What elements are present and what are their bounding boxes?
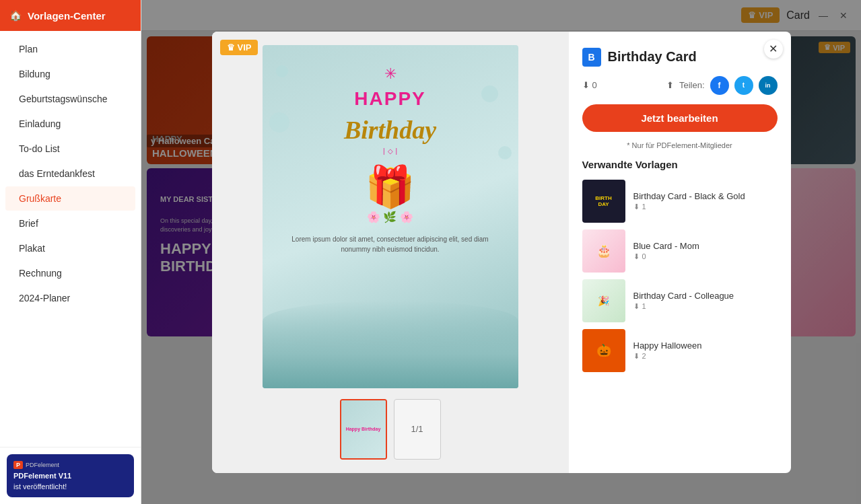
download-icon: ⬇ — [633, 252, 640, 261]
pdfelement-logo: P PDFelement — [13, 461, 127, 469]
circle-deco-4 — [498, 146, 512, 159]
related-title: Verwandte Vorlagen — [582, 159, 778, 170]
card-preview: ✳ HAPPY Birthday | ◇ | 🎁 — [263, 45, 518, 388]
download-icon: ⬇ — [633, 203, 640, 211]
facebook-icon: f — [718, 81, 721, 90]
sidebar-title: Vorlagen-Center — [28, 10, 106, 22]
related-item-4[interactable]: 🎃 Happy Halloween ⬇ 2 — [582, 329, 778, 372]
related-list: BIRTH DAY Birthday Card - Black & Gold ⬇… — [582, 180, 778, 372]
confetti-row: | ◇ | — [383, 147, 397, 155]
related-name-2: Blue Card - Mom — [633, 241, 778, 251]
share-row: ⬆ Teilen: f t in — [666, 76, 778, 95]
related-item-1[interactable]: BIRTH DAY Birthday Card - Black & Gold ⬇… — [582, 180, 778, 223]
download-stat: ⬇ 0 — [582, 80, 597, 90]
related-thumb-emoji: 🎃 — [596, 343, 611, 358]
related-item-3[interactable]: 🎉 Birthday Card - Colleague ⬇ 1 — [582, 279, 778, 322]
sidebar-item-label: Brief — [19, 218, 38, 229]
twitter-icon: t — [743, 81, 745, 89]
pdf-icon: B — [582, 48, 601, 67]
sidebar-item-label: Rechnung — [19, 268, 62, 279]
pdf-letter: B — [588, 52, 594, 63]
members-note: * Nur für PDFelement-Mitglieder — [582, 141, 778, 149]
related-thumb-3: 🎉 — [582, 279, 625, 322]
sidebar-item-grubkarte[interactable]: Grußkarte — [5, 186, 135, 211]
related-count-4: 2 — [642, 352, 646, 360]
modal-overlay: ♛ VIP ✕ — [141, 0, 861, 504]
card-title: Birthday Card — [608, 49, 697, 65]
related-stat-1: ⬇ 1 — [633, 203, 778, 211]
share-icon: ⬆ — [666, 80, 674, 90]
banner-title: PDFelement V11 — [13, 472, 127, 480]
sidebar-item-label: Einladung — [19, 118, 61, 129]
sidebar-item-label: das Erntedankfest — [19, 168, 95, 179]
sidebar-header: 🏠 Vorlagen-Center — [0, 0, 141, 31]
banner-subtitle: ist veröffentlicht! — [13, 482, 127, 491]
sidebar-item-todo[interactable]: To-do List — [5, 137, 135, 161]
related-info-4: Happy Halloween ⬇ 2 — [633, 340, 778, 361]
sidebar-item-brief[interactable]: Brief — [5, 211, 135, 236]
thumbnail-1[interactable]: Happy Birthday — [340, 399, 387, 460]
download-icon: ⬇ — [633, 302, 640, 311]
linkedin-button[interactable]: in — [759, 76, 778, 95]
sidebar-item-label: Plakat — [19, 243, 45, 254]
sidebar-item-bildung[interactable]: Bildung — [5, 62, 135, 86]
edit-button[interactable]: Jetzt bearbeiten — [582, 104, 778, 132]
sidebar: 🏠 Vorlagen-Center Plan Bildung Geburtsta… — [0, 0, 141, 504]
crown-icon: ♛ — [227, 42, 235, 52]
close-icon: ✕ — [769, 42, 778, 55]
stats-share-row: ⬇ 0 ⬆ Teilen: f t — [582, 76, 778, 95]
related-stat-4: ⬇ 2 — [633, 352, 778, 361]
related-count-2: 0 — [642, 252, 646, 260]
related-info-3: Birthday Card - Colleague ⬇ 1 — [633, 291, 778, 311]
related-thumb-emoji: 🎉 — [598, 295, 609, 306]
facebook-button[interactable]: f — [710, 76, 729, 95]
share-label: Teilen: — [679, 80, 705, 90]
main-content: ♛ VIP Card — ✕ 👻 HAPPY HALLOWEEN ♛ VIP ♛… — [141, 0, 861, 504]
related-count-3: 1 — [642, 302, 646, 310]
wave-decoration — [263, 301, 518, 388]
related-info-2: Blue Card - Mom ⬇ 0 — [633, 241, 778, 261]
birthday-text: Birthday — [344, 115, 436, 145]
flower-icon: 🌸 🌿 🌸 — [367, 211, 413, 223]
lorem-text: Lorem ipsum dolor sit amet, consectetuer… — [283, 234, 498, 254]
sidebar-item-plan[interactable]: Plan — [5, 37, 135, 61]
sidebar-item-geburtstagswunsche[interactable]: Geburtstagswünsche — [5, 87, 135, 111]
modal-close-button[interactable]: ✕ — [764, 40, 783, 59]
download-icon: ⬇ — [582, 80, 590, 90]
sidebar-item-erntedankfest[interactable]: das Erntedankfest — [5, 161, 135, 186]
sparkle-icon: ✳ — [384, 65, 397, 83]
sidebar-item-planer[interactable]: 2024-Planer — [5, 286, 135, 310]
related-thumb-2: 🎂 — [582, 229, 625, 273]
related-thumb-label: BIRTH DAY — [592, 192, 614, 210]
modal-vip-label: VIP — [238, 42, 252, 52]
preview-thumbnails: Happy Birthday 1/1 — [340, 399, 441, 460]
modal-vip-badge: ♛ VIP — [220, 40, 259, 55]
related-stat-2: ⬇ 0 — [633, 252, 778, 261]
sidebar-footer: P PDFelement PDFelement V11 ist veröffen… — [0, 447, 141, 504]
related-item-2[interactable]: 🎂 Blue Card - Mom ⬇ 0 — [582, 229, 778, 273]
related-count-1: 1 — [642, 203, 646, 211]
linkedin-icon: in — [765, 82, 771, 89]
preview-pane: ✳ HAPPY Birthday | ◇ | 🎁 — [212, 32, 569, 473]
related-name-3: Birthday Card - Colleague — [633, 291, 778, 301]
sidebar-item-label: Bildung — [19, 69, 50, 79]
modal-body: ✳ HAPPY Birthday | ◇ | 🎁 — [212, 32, 791, 473]
related-name-1: Birthday Card - Black & Gold — [633, 191, 778, 201]
gift-icon: 🎁 — [365, 163, 415, 211]
sidebar-item-label: 2024-Planer — [19, 293, 70, 303]
sidebar-item-label: Grußkarte — [19, 193, 61, 204]
related-info-1: Birthday Card - Black & Gold ⬇ 1 — [633, 191, 778, 211]
card-title-row: B Birthday Card — [582, 48, 778, 67]
sidebar-item-plakat[interactable]: Plakat — [5, 236, 135, 260]
sidebar-item-label: Plan — [19, 44, 38, 55]
page-indicator: 1/1 — [394, 399, 441, 460]
modal: ♛ VIP ✕ — [212, 32, 791, 473]
happy-text: HAPPY — [354, 88, 425, 110]
twitter-button[interactable]: t — [734, 76, 753, 95]
sidebar-footer-banner: P PDFelement PDFelement V11 ist veröffen… — [7, 454, 134, 497]
sidebar-item-rechnung[interactable]: Rechnung — [5, 261, 135, 285]
card-content: ✳ HAPPY Birthday | ◇ | 🎁 — [283, 65, 498, 254]
download-count: 0 — [592, 80, 597, 90]
sidebar-item-einladung[interactable]: Einladung — [5, 112, 135, 136]
related-thumb-emoji: 🎂 — [596, 244, 611, 258]
